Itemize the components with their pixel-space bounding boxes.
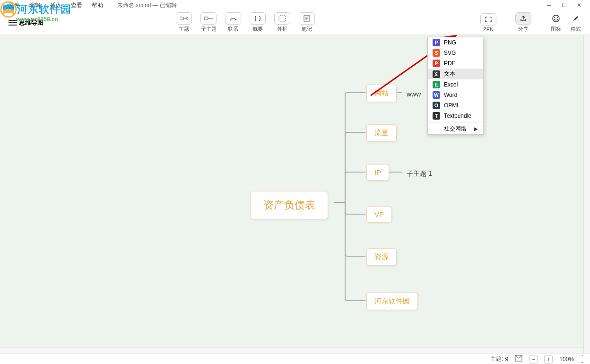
share-item-textbundle[interactable]: TTextbundle bbox=[428, 111, 483, 121]
svg-rect-2 bbox=[9, 22, 17, 23]
node-subtopic1[interactable]: 子主题 1 bbox=[403, 168, 436, 180]
share-item-excel[interactable]: EExcel bbox=[428, 79, 483, 90]
share-button[interactable]: 分享 bbox=[515, 12, 531, 33]
note-icon bbox=[299, 12, 315, 25]
canvas[interactable]: 资产负债表 网站 流量 IP VP 资源 河东软件园 www 子主题 1 bbox=[0, 35, 590, 354]
toolbar-left-label: 思维导图 bbox=[19, 18, 43, 27]
subtopic-icon bbox=[200, 12, 217, 25]
share-item-word[interactable]: WWord bbox=[428, 90, 483, 100]
svg-rect-3 bbox=[9, 25, 17, 26]
share-item-文本[interactable]: 文文本 bbox=[428, 69, 483, 79]
svg-point-15 bbox=[553, 15, 559, 22]
svg-rect-10 bbox=[279, 16, 286, 21]
topic-count: 9 bbox=[505, 356, 509, 363]
icons-button[interactable]: 图标 bbox=[550, 12, 562, 33]
menu-insert[interactable]: 插入 bbox=[45, 0, 66, 10]
statusbar: 主题: 9 − + 100% ⌃⌄ bbox=[0, 354, 590, 364]
svg-rect-1 bbox=[9, 20, 17, 21]
summary-button[interactable]: 概要 bbox=[250, 12, 266, 33]
word-icon: W bbox=[433, 91, 440, 99]
svg-point-17 bbox=[557, 17, 558, 18]
menu-help[interactable]: 帮助 bbox=[87, 0, 108, 10]
node-hedong[interactable]: 河东软件园 bbox=[366, 293, 418, 310]
paintbrush-icon bbox=[570, 12, 581, 25]
menu-view[interactable]: 查看 bbox=[66, 0, 87, 10]
node-vp[interactable]: VP bbox=[366, 206, 392, 223]
node-site[interactable]: 网站 bbox=[366, 85, 397, 102]
minimize-icon[interactable]: ─ bbox=[546, 2, 552, 9]
share-menu: PPNGSSVGPPDF文文本EExcelWWordOOPMLTTextbund… bbox=[427, 37, 483, 135]
map-view-icon[interactable] bbox=[515, 355, 522, 363]
node-traffic[interactable]: 流量 bbox=[366, 124, 397, 142]
svg-icon: S bbox=[433, 49, 440, 57]
svg-rect-4 bbox=[180, 17, 183, 20]
zoom-dropdown-icon[interactable]: ⌃⌄ bbox=[581, 355, 584, 364]
zoom-level: 100% bbox=[559, 356, 574, 363]
node-ip[interactable]: IP bbox=[366, 164, 389, 181]
menu-file[interactable]: 文件 bbox=[4, 0, 25, 10]
pdf-icon: P bbox=[433, 60, 440, 67]
relation-button[interactable]: 联系 bbox=[225, 12, 241, 33]
smiley-icon bbox=[550, 12, 562, 25]
文本-icon: 文 bbox=[433, 70, 440, 78]
toolbar: 思维导图 主题 子主题 联系 概要 外框 笔记 ZEN bbox=[0, 10, 590, 35]
svg-point-6 bbox=[186, 17, 188, 19]
svg-point-16 bbox=[554, 17, 555, 18]
zen-icon bbox=[480, 13, 496, 26]
horizontal-scrollbar[interactable] bbox=[0, 347, 583, 354]
titlebar: 文件 编辑 插入 查看 帮助 未命名.xmind — 已编辑 ─ ☐ ✕ bbox=[0, 0, 590, 10]
window-title: 未命名.xmind — 已编辑 bbox=[108, 1, 546, 9]
hamburger-icon[interactable] bbox=[9, 18, 17, 27]
share-social[interactable]: 社交网络 ▶ bbox=[428, 123, 483, 134]
opml-icon: O bbox=[433, 102, 440, 109]
node-resource[interactable]: 资源 bbox=[366, 248, 397, 266]
node-www[interactable]: www bbox=[403, 88, 425, 100]
share-item-pdf[interactable]: PPDF bbox=[428, 58, 483, 69]
close-icon[interactable]: ✕ bbox=[576, 2, 582, 9]
root-node[interactable]: 资产负债表 bbox=[251, 191, 328, 219]
zoom-out-button[interactable]: − bbox=[529, 355, 538, 364]
boundary-icon bbox=[274, 12, 290, 25]
share-item-opml[interactable]: OOPML bbox=[428, 100, 483, 111]
vertical-scrollbar[interactable] bbox=[583, 35, 590, 354]
format-button[interactable]: 格式 bbox=[570, 12, 581, 33]
share-icon bbox=[515, 12, 531, 25]
topic-count-label: 主题: bbox=[490, 355, 503, 363]
note-button[interactable]: 笔记 bbox=[299, 12, 315, 33]
summary-icon bbox=[250, 12, 266, 25]
share-item-svg[interactable]: SSVG bbox=[428, 48, 483, 58]
svg-rect-7 bbox=[204, 17, 208, 20]
share-item-png[interactable]: PPNG bbox=[428, 37, 483, 48]
menu-separator bbox=[428, 122, 483, 122]
textbundle-icon: T bbox=[433, 112, 440, 120]
subtopic-button[interactable]: 子主题 bbox=[200, 12, 217, 33]
zen-button[interactable]: ZEN bbox=[480, 13, 496, 32]
menu-edit[interactable]: 编辑 bbox=[25, 0, 45, 10]
maximize-icon[interactable]: ☐ bbox=[561, 2, 567, 9]
relation-icon bbox=[225, 12, 241, 25]
chevron-right-icon: ▶ bbox=[474, 126, 478, 131]
png-icon: P bbox=[433, 39, 440, 46]
topic-button[interactable]: 主题 bbox=[176, 12, 192, 33]
topic-icon bbox=[176, 12, 192, 25]
boundary-button[interactable]: 外框 bbox=[274, 12, 290, 33]
excel-icon: E bbox=[433, 81, 440, 88]
zoom-in-button[interactable]: + bbox=[544, 355, 553, 364]
